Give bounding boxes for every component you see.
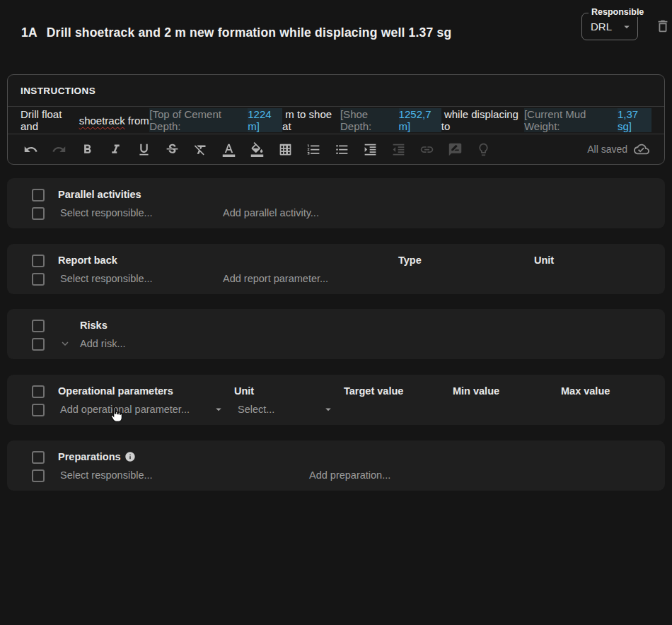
instruction-text: from [125,115,150,127]
chevron-down-icon[interactable] [59,337,71,354]
select-responsible-field[interactable]: Select responsible... [60,271,153,286]
save-status: All saved [587,141,649,157]
responsible-select-value: DRL [591,21,612,33]
chevron-down-icon [620,21,633,36]
instruction-text: Drill float and [21,108,79,132]
operational-parameters-row-checkbox[interactable] [32,404,45,416]
undo-icon[interactable] [23,141,39,158]
lightbulb-icon[interactable] [475,141,492,158]
numbered-list-icon[interactable] [306,141,322,158]
misspelled-word: shoetrack [79,115,125,127]
table-icon[interactable] [277,141,294,158]
field-token-label: [Shoe Depth: [340,108,399,132]
column-header-type: Type [398,253,422,267]
instructions-card: INSTRUCTIONS Drill float and shoetrack f… [7,74,665,165]
responsible-select[interactable]: Responsible DRL [581,13,638,40]
field-token-value[interactable]: 1252,7 m] [399,108,441,132]
activity-title-text: Drill shoetrack and 2 m new formation wh… [47,25,452,40]
column-header-unit: Unit [534,253,554,267]
preparations-row-checkbox[interactable] [32,469,45,482]
redo-icon[interactable] [51,141,67,158]
activity-editor-page: 1ADrill shoetrack and 2 m new formation … [0,0,672,625]
italic-icon[interactable] [108,141,124,158]
instruction-text: while displacing to [441,108,524,132]
parallel-activities-card: Parallel activities Select responsible..… [7,178,665,228]
add-preparation-field[interactable]: Add preparation... [309,468,390,482]
delete-activity-button[interactable] [655,18,671,34]
activity-id: 1A [21,25,37,40]
strikethrough-icon[interactable] [164,141,180,158]
chevron-down-icon[interactable] [212,403,225,419]
risks-row-checkbox[interactable] [32,338,45,351]
fill-color-icon[interactable] [249,141,265,158]
responsible-select-label: Responsible [589,7,647,17]
operational-parameters-card: Operational parameters Unit Target value… [7,375,665,425]
column-header-max-value: Max value [561,384,610,398]
select-responsible-field[interactable]: Select responsible... [60,206,153,220]
comment-icon[interactable] [447,141,463,158]
indent-decrease-icon[interactable] [390,141,407,158]
instruction-text: m to shoe at [282,108,340,132]
add-operational-parameter-dropdown[interactable]: Add operational parameter... [60,402,190,416]
trash-icon [655,18,671,34]
preparations-card: Preparations Select responsible... Add p… [7,440,665,491]
page-title: 1ADrill shoetrack and 2 m new formation … [21,25,451,40]
section-title: Risks [80,318,108,332]
instructions-richtext-editor[interactable]: Drill float and shoetrack from [Top of C… [8,107,664,134]
formatting-toolbar: All saved [8,134,664,164]
info-icon[interactable] [124,451,136,462]
section-title-text: Preparations [58,450,121,464]
section-title: Preparations [58,450,136,464]
bullet-list-icon[interactable] [334,141,350,158]
text-color-icon[interactable] [221,141,237,158]
add-report-parameter-field[interactable]: Add report parameter... [223,271,328,286]
report-back-title-checkbox[interactable] [32,255,45,267]
underline-icon[interactable] [136,141,152,158]
operational-parameters-title-checkbox[interactable] [32,385,45,398]
risks-card: Risks Add risk... [7,309,665,359]
indent-increase-icon[interactable] [362,141,378,158]
column-header-target-value: Target value [344,384,403,398]
section-title: Report back [58,253,117,267]
instructions-header: INSTRUCTIONS [8,75,664,107]
link-icon[interactable] [419,141,435,158]
field-token-label: [Current Mud Weight: [524,108,618,132]
report-back-card: Report back Type Unit Select responsible… [7,244,665,294]
cloud-saved-icon [634,141,649,157]
column-header-min-value: Min value [453,384,499,398]
preparations-title-checkbox[interactable] [32,451,45,464]
parallel-activities-row-checkbox[interactable] [32,207,45,220]
report-back-row-checkbox[interactable] [32,273,45,286]
column-header-unit: Unit [234,384,254,398]
field-token-label: [Top of Cement Depth: [149,108,248,132]
section-title: Parallel activities [58,187,141,201]
field-token-value[interactable]: 1224 m] [248,108,282,132]
parallel-activities-title-checkbox[interactable] [32,189,45,201]
field-token-value[interactable]: 1,37 sg] [618,108,651,132]
save-status-text: All saved [587,144,627,155]
add-risk-field[interactable]: Add risk... [80,337,125,351]
risks-title-checkbox[interactable] [32,320,45,332]
bold-icon[interactable] [79,141,95,158]
unit-select-dropdown[interactable]: Select... [238,402,274,416]
add-parallel-activity-field[interactable]: Add parallel activity... [223,206,319,220]
chevron-down-icon[interactable] [322,403,335,419]
clear-formatting-icon[interactable] [192,141,209,158]
section-title: Operational parameters [58,384,173,398]
select-responsible-field[interactable]: Select responsible... [60,468,153,482]
